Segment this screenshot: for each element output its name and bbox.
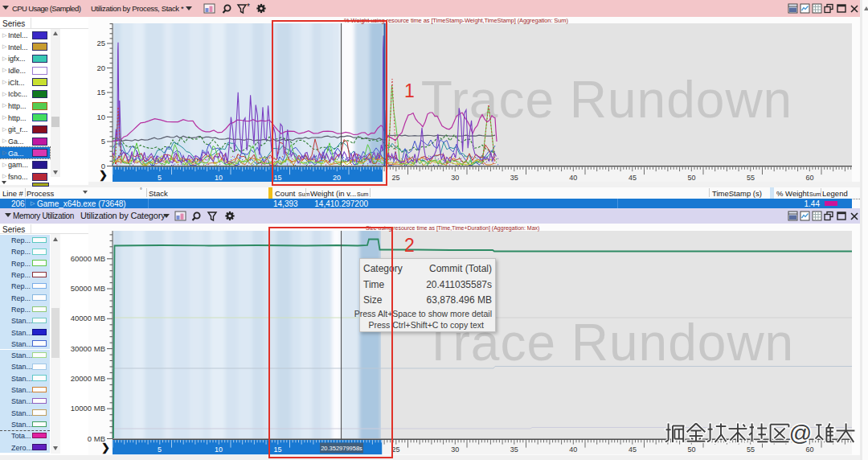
svg-text:Trace Rundown: Trace Rundown: [421, 71, 792, 129]
svg-text:10: 10: [96, 113, 105, 121]
svg-text:❯: ❯: [101, 442, 110, 454]
svg-text:55: 55: [747, 174, 755, 182]
svg-text:5: 5: [158, 446, 162, 454]
svg-text:50000 MB: 50000 MB: [71, 284, 105, 293]
svg-text:❯: ❯: [99, 169, 108, 182]
svg-text:@: @: [789, 421, 812, 446]
svg-text:30: 30: [451, 174, 459, 182]
svg-text:45: 45: [628, 174, 637, 182]
svg-text:25: 25: [96, 39, 105, 47]
svg-text:*: *: [247, 2, 250, 11]
svg-text:20: 20: [96, 64, 105, 72]
svg-text:5: 5: [158, 174, 162, 182]
svg-text:45: 45: [628, 446, 637, 454]
svg-text:25: 25: [392, 446, 400, 454]
svg-text:10: 10: [215, 446, 223, 454]
svg-text:35: 35: [510, 446, 518, 454]
svg-text:25: 25: [392, 174, 400, 182]
svg-text:10000 MB: 10000 MB: [71, 404, 105, 413]
svg-text:40: 40: [569, 174, 577, 182]
svg-text:40: 40: [569, 446, 577, 454]
svg-text:40000 MB: 40000 MB: [71, 314, 105, 322]
svg-text:20000 MB: 20000 MB: [71, 374, 105, 383]
svg-text:5: 5: [101, 137, 105, 146]
svg-text:60000 MB: 60000 MB: [71, 254, 105, 263]
svg-text:10: 10: [215, 174, 223, 182]
svg-text:50: 50: [687, 174, 695, 182]
svg-text:30000 MB: 30000 MB: [71, 344, 105, 353]
svg-text:35: 35: [510, 174, 518, 182]
svg-text:30: 30: [451, 446, 459, 454]
svg-text:15: 15: [96, 88, 105, 97]
svg-text:60: 60: [805, 174, 813, 182]
